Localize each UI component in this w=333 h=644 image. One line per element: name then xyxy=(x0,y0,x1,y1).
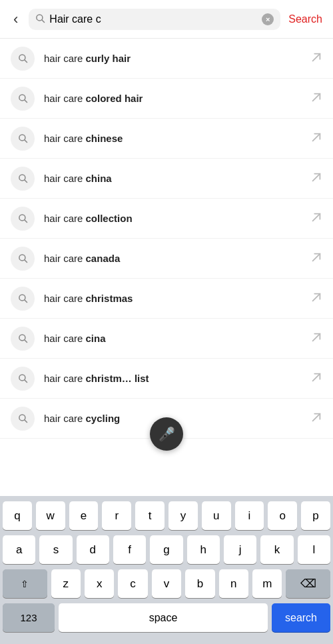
key-delete[interactable]: ⌫ xyxy=(286,569,330,598)
key-w[interactable]: w xyxy=(36,501,65,530)
keyboard-bottom-row: 123 space search xyxy=(3,603,330,641)
suggestion-text: hair care china xyxy=(44,173,310,184)
key-123[interactable]: 123 xyxy=(3,603,55,632)
key-a[interactable]: a xyxy=(3,535,35,564)
search-action-button[interactable]: Search xyxy=(286,13,325,25)
arrow-icon xyxy=(310,371,322,386)
svg-line-28 xyxy=(313,373,320,381)
suggestion-search-icon xyxy=(11,287,35,311)
arrow-icon xyxy=(310,211,322,226)
back-button[interactable]: ‹ xyxy=(8,8,23,31)
suggestion-text: hair care curly hair xyxy=(44,53,310,64)
svg-line-19 xyxy=(313,253,320,261)
key-m[interactable]: m xyxy=(252,569,282,598)
list-item[interactable]: hair care curly hair xyxy=(0,39,333,79)
clear-button[interactable]: × xyxy=(262,13,274,25)
search-icon xyxy=(35,13,45,25)
key-u[interactable]: u xyxy=(202,501,231,530)
key-c[interactable]: c xyxy=(118,569,147,598)
svg-line-6 xyxy=(24,100,27,103)
arrow-icon xyxy=(310,131,322,146)
keyboard-row-3: ⇧zxcvbnm⌫ xyxy=(3,569,330,598)
suggestion-search-icon xyxy=(11,407,35,431)
svg-line-12 xyxy=(24,180,27,183)
arrow-icon xyxy=(310,91,322,106)
svg-line-15 xyxy=(24,220,27,223)
list-item[interactable]: hair care chinese xyxy=(0,119,333,159)
suggestion-search-icon xyxy=(11,87,35,111)
list-item[interactable]: hair care canada xyxy=(0,239,333,279)
svg-line-18 xyxy=(24,260,27,263)
svg-line-30 xyxy=(24,420,27,423)
mic-container: 🎤 xyxy=(150,417,183,451)
suggestion-text: hair care christmas xyxy=(44,293,310,304)
key-h[interactable]: h xyxy=(187,535,220,564)
key-p[interactable]: p xyxy=(301,501,330,530)
key-l[interactable]: l xyxy=(298,535,330,564)
suggestion-text: hair care collection xyxy=(44,213,310,224)
suggestion-text: hair care christm… list xyxy=(44,373,310,384)
key-space[interactable]: space xyxy=(59,603,268,632)
key-e[interactable]: e xyxy=(69,501,99,530)
list-item[interactable]: hair care christm… list xyxy=(0,359,333,399)
keyboard: qwertyuiop asdfghjkl ⇧zxcvbnm⌫ 123 space… xyxy=(0,496,333,644)
key-x[interactable]: x xyxy=(85,569,114,598)
search-input[interactable] xyxy=(49,13,258,25)
suggestion-text: hair care canada xyxy=(44,253,310,264)
suggestion-search-icon xyxy=(11,207,35,231)
header: ‹ × Search xyxy=(0,0,333,39)
svg-line-3 xyxy=(24,60,27,63)
svg-line-13 xyxy=(313,173,320,181)
key-r[interactable]: r xyxy=(102,501,131,530)
arrow-icon xyxy=(310,251,322,266)
key-k[interactable]: k xyxy=(260,535,293,564)
suggestion-search-icon xyxy=(11,167,35,191)
key-search[interactable]: search xyxy=(272,603,330,632)
key-f[interactable]: f xyxy=(113,535,146,564)
key-d[interactable]: d xyxy=(77,535,109,564)
svg-line-7 xyxy=(313,93,320,101)
key-s[interactable]: s xyxy=(39,535,72,564)
key-o[interactable]: o xyxy=(268,501,297,530)
list-item[interactable]: hair care christmas xyxy=(0,279,333,319)
svg-line-4 xyxy=(313,53,320,61)
microphone-icon: 🎤 xyxy=(159,426,175,442)
suggestion-search-icon xyxy=(11,327,35,351)
suggestions-list: hair care curly hairhair care colored ha… xyxy=(0,39,333,439)
key-v[interactable]: v xyxy=(152,569,181,598)
key-b[interactable]: b xyxy=(185,569,214,598)
svg-line-1 xyxy=(42,19,45,22)
list-item[interactable]: hair care collection xyxy=(0,199,333,239)
suggestion-search-icon xyxy=(11,47,35,71)
key-i[interactable]: i xyxy=(235,501,264,530)
svg-line-24 xyxy=(24,340,27,343)
suggestion-search-icon xyxy=(11,127,35,151)
key-q[interactable]: q xyxy=(3,501,32,530)
svg-line-16 xyxy=(313,213,320,221)
arrow-icon xyxy=(310,51,322,66)
microphone-button[interactable]: 🎤 xyxy=(150,417,183,451)
svg-line-10 xyxy=(313,133,320,141)
svg-line-21 xyxy=(24,300,27,303)
svg-line-31 xyxy=(313,413,320,421)
key-n[interactable]: n xyxy=(219,569,248,598)
arrow-icon xyxy=(310,171,322,186)
list-item[interactable]: hair care china xyxy=(0,159,333,199)
svg-line-27 xyxy=(24,380,27,383)
key-j[interactable]: j xyxy=(224,535,256,564)
key-shift[interactable]: ⇧ xyxy=(3,569,47,598)
suggestion-text: hair care cina xyxy=(44,333,310,344)
suggestion-search-icon xyxy=(11,367,35,391)
arrow-icon xyxy=(310,411,322,426)
key-g[interactable]: g xyxy=(150,535,182,564)
key-y[interactable]: y xyxy=(168,501,198,530)
arrow-icon xyxy=(310,331,322,346)
list-item[interactable]: hair care cina xyxy=(0,319,333,359)
key-t[interactable]: t xyxy=(135,501,165,530)
svg-line-25 xyxy=(313,333,320,341)
key-z[interactable]: z xyxy=(51,569,81,598)
svg-line-9 xyxy=(24,140,27,143)
suggestion-text: hair care chinese xyxy=(44,133,310,144)
keyboard-row-1: qwertyuiop xyxy=(3,501,330,530)
list-item[interactable]: hair care colored hair xyxy=(0,79,333,119)
